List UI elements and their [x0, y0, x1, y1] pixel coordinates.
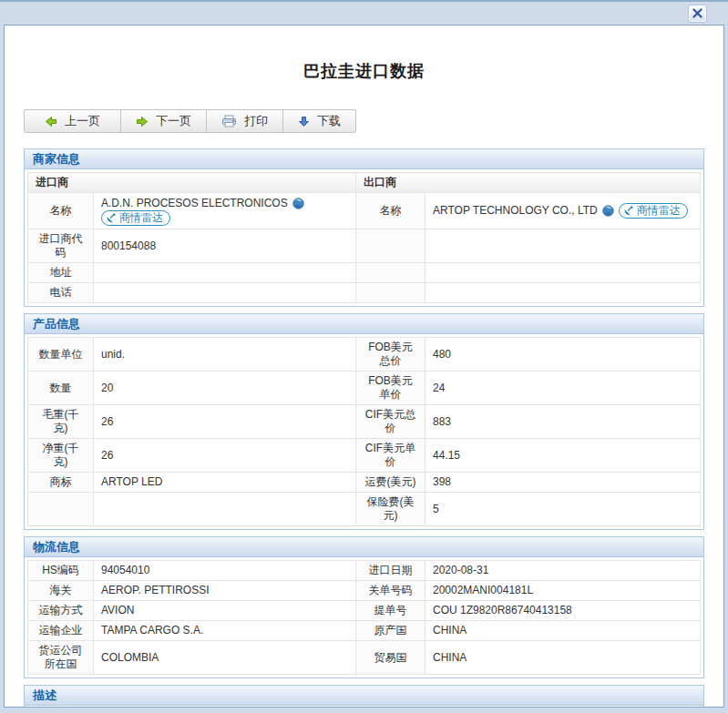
field-label: 名称 [28, 193, 94, 229]
field-value [94, 493, 356, 526]
field-value: TAMPA CARGO S.A. [94, 621, 356, 641]
field-label: 运费(美元) [356, 473, 426, 493]
globe-icon[interactable] [602, 205, 614, 217]
field-value: 20 [94, 372, 356, 405]
logistics-table: HS编码 94054010 进口日期 2020-08-31 海关 AEROP. … [27, 560, 701, 675]
product-table: 数量单位 unid. FOB美元总价 480 数量 20 FOB美元单价 24 … [27, 337, 701, 526]
field-label: FOB美元单价 [356, 372, 426, 405]
close-button[interactable] [688, 5, 707, 23]
field-value [94, 283, 356, 303]
field-label: 进口商代码 [28, 229, 94, 263]
field-label: HS编码 [28, 561, 94, 581]
section-product-info: 产品信息 数量单位 unid. FOB美元总价 480 数量 20 FOB美元单… [24, 313, 704, 530]
field-value: AVION [94, 601, 356, 621]
section-logistics-info: 物流信息 HS编码 94054010 进口日期 2020-08-31 海关 AE… [24, 536, 704, 678]
field-label: 商标 [28, 473, 94, 493]
field-label [28, 493, 94, 526]
field-value: 2020-08-31 [426, 561, 701, 581]
field-label: 进口日期 [356, 561, 426, 581]
dialog-frame-top [0, 0, 728, 2]
field-label: 运输方式 [28, 601, 94, 621]
section-merchant-info: 商家信息 进口商 出口商 名称 A.D.N. PROCESOS ELECTRON… [24, 148, 704, 307]
field-label: 关单号码 [356, 581, 426, 601]
exporter-column-header: 出口商 [356, 173, 701, 193]
field-value: AEROP. PETTIROSSI [94, 581, 356, 601]
business-radar-badge[interactable]: 商情雷达 [101, 210, 170, 226]
field-value: 94054010 [94, 561, 356, 581]
field-value: CHINA [426, 641, 701, 675]
print-label: 打印 [244, 113, 268, 129]
field-value [426, 263, 701, 283]
field-value: ARTOP LED [94, 473, 356, 493]
field-value: COLOMBIA [94, 641, 356, 675]
table-row: 商标 ARTOP LED 运费(美元) 398 [28, 473, 701, 493]
field-label: 电话 [28, 283, 94, 303]
field-label [356, 229, 426, 263]
field-label: 保险费(美元) [356, 493, 426, 526]
field-value: 20002MANI004181L [426, 581, 701, 601]
exporter-name-cell: ARTOP TECHNOLOGY CO., LTD 商情雷达 [426, 193, 701, 229]
radar-icon [623, 206, 634, 217]
field-value: 883 [426, 405, 701, 439]
field-label: 数量 [28, 372, 94, 405]
table-row: 运输企业 TAMPA CARGO S.A. 原产国 CHINA [28, 621, 701, 641]
table-row: 保险费(美元) 5 [28, 493, 701, 526]
section-description-title: 描述 [25, 686, 703, 706]
field-label: 名称 [356, 193, 426, 229]
next-page-button[interactable]: 下一页 [120, 109, 207, 133]
toolbar: 上一页 下一页 打印 下载 [24, 109, 356, 133]
field-value [94, 263, 356, 283]
table-row: HS编码 94054010 进口日期 2020-08-31 [28, 561, 701, 581]
table-row: 数量单位 unid. FOB美元总价 480 [28, 338, 701, 372]
next-page-label: 下一页 [156, 113, 191, 129]
field-label: 净重(千克) [28, 439, 94, 473]
field-value: 26 [94, 439, 356, 473]
business-radar-badge[interactable]: 商情雷达 [619, 203, 688, 219]
field-label: 毛重(千克) [28, 405, 94, 439]
table-row: 进口商代码 800154088 [28, 229, 701, 263]
field-label: 提单号 [356, 601, 426, 621]
field-label [356, 283, 426, 303]
download-button[interactable]: 下载 [282, 109, 356, 133]
field-label: 数量单位 [28, 338, 94, 372]
radar-icon [106, 213, 117, 224]
table-row: 数量 20 FOB美元单价 24 [28, 372, 701, 405]
field-label: 运输企业 [28, 621, 94, 641]
section-product-title: 产品信息 [25, 314, 703, 334]
radar-label: 商情雷达 [119, 211, 163, 225]
field-value: 44.15 [426, 439, 701, 473]
field-value: 24 [426, 372, 701, 405]
download-label: 下载 [317, 113, 341, 129]
importer-name-cell: A.D.N. PROCESOS ELECTRONICOS 商情雷达 [94, 193, 356, 229]
field-value: 5 [426, 493, 701, 526]
section-description: 描述 产品详细描述 20 UNIDADES DE LUCES DE LED DE… [24, 685, 704, 708]
table-row: 地址 [28, 263, 701, 283]
field-label: FOB美元总价 [356, 338, 426, 372]
field-value: 398 [426, 473, 701, 493]
table-row: 货运公司所在国 COLOMBIA 贸易国 CHINA [28, 641, 701, 675]
page-title: 巴拉圭进口数据 [5, 60, 723, 82]
field-label: 原产国 [356, 621, 426, 641]
field-value: 26 [94, 405, 356, 439]
table-row: 电话 [28, 283, 701, 303]
green-right-arrow-icon [136, 116, 149, 127]
section-merchant-title: 商家信息 [25, 149, 703, 169]
globe-icon[interactable] [292, 198, 304, 209]
field-value: unid. [94, 338, 356, 372]
section-logistics-title: 物流信息 [25, 537, 703, 557]
field-value: 480 [426, 338, 701, 372]
prev-page-label: 上一页 [65, 113, 100, 129]
close-icon [692, 5, 702, 22]
importer-column-header: 进口商 [28, 173, 356, 193]
field-value [426, 229, 701, 263]
field-value: COU 1Z9820R86740413158 [426, 601, 701, 621]
field-value [426, 283, 701, 303]
radar-label: 商情雷达 [637, 204, 681, 218]
field-label: 地址 [28, 263, 94, 283]
printer-icon [221, 115, 237, 127]
print-button[interactable]: 打印 [206, 109, 283, 133]
table-row: 净重(千克) 26 CIF美元单价 44.15 [28, 439, 701, 473]
prev-page-button[interactable]: 上一页 [24, 109, 121, 133]
importer-name: A.D.N. PROCESOS ELECTRONICOS [101, 197, 288, 210]
field-value: 800154088 [94, 229, 356, 263]
